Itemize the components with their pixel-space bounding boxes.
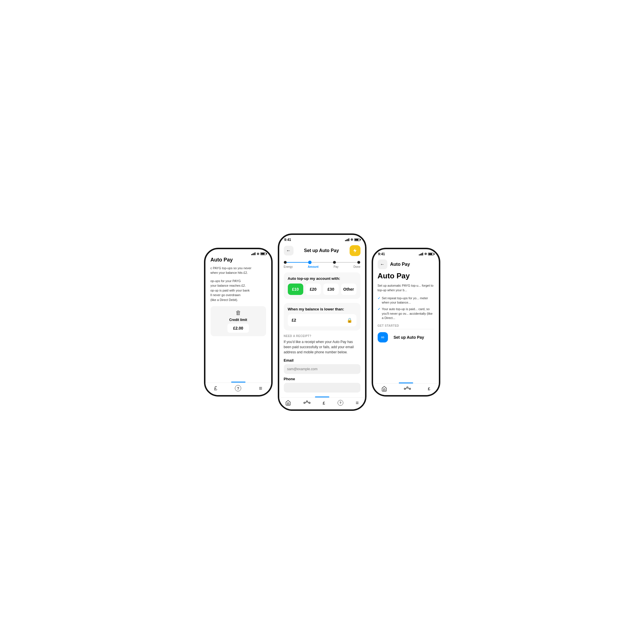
step-label-amount: Amount (308, 265, 319, 268)
center-title: Set up Auto Pay (304, 248, 339, 253)
step-label-pay: Pay (334, 265, 338, 268)
divider (378, 329, 434, 329)
left-phone-title: Auto Pay (211, 257, 266, 263)
svg-line-9 (408, 388, 409, 389)
right-time: 9:41 (378, 252, 385, 256)
left-content: Auto Pay c PAYG top-ups so you never whe… (205, 257, 271, 381)
svg-point-1 (306, 401, 308, 402)
amount-10[interactable]: £10 (288, 284, 303, 295)
email-label: Email (284, 358, 360, 362)
step-dot-3 (333, 261, 336, 264)
stepper-labels: Energy Amount Pay Done (284, 265, 360, 268)
connect-icon (304, 400, 310, 406)
battery-icon (354, 238, 360, 241)
connect-icon (404, 386, 411, 392)
check-item-2: ✓ Your auto top-up is paid... card, so y… (378, 307, 434, 320)
right-description: Set up automatic PAYG top-u... forget to… (378, 283, 434, 293)
svg-point-5 (404, 388, 406, 389)
email-input[interactable] (284, 364, 360, 374)
amount-other[interactable]: Other (341, 284, 356, 295)
nav-home[interactable] (285, 400, 291, 406)
check-list: ✓ Set repeat top-ups for yo... meter whe… (378, 296, 434, 320)
credit-value: £2.00 (227, 324, 249, 333)
left-status-bar: ⊜ (205, 249, 271, 257)
credit-label: Credit limit (229, 318, 247, 322)
right-page-title: Auto Pay (378, 272, 434, 280)
back-button[interactable]: ← (284, 246, 294, 255)
setup-auto-pay-button[interactable]: ∞ (378, 332, 388, 342)
svg-point-0 (304, 402, 305, 404)
svg-point-7 (409, 388, 411, 389)
left-phone-frame: ⊜ Auto Pay c PAYG top-ups so you never w… (204, 248, 273, 397)
phone-label: Phone (284, 377, 360, 381)
left-bullets: op-ups for your PAYG your balance reache… (211, 279, 266, 302)
right-header: ← Auto Pay (373, 257, 439, 272)
check-item-1: ✓ Set repeat top-ups for yo... meter whe… (378, 296, 434, 305)
checkmark-icon-2: ✓ (378, 307, 380, 320)
checkmark-icon-1: ✓ (378, 296, 380, 305)
left-bottom-nav: £ ? ≡ (205, 383, 271, 395)
lightning-button[interactable] (350, 245, 360, 256)
svg-point-2 (309, 402, 310, 404)
wifi-icon: ⊜ (350, 238, 353, 241)
right-header-title: Auto Pay (390, 262, 410, 267)
lightning-icon (352, 248, 358, 253)
setup-btn-label: Set up Auto Pay (394, 335, 424, 340)
step-line-3 (336, 262, 357, 263)
amount-options: £10 £20 £30 Other (288, 284, 356, 295)
nav-connect[interactable] (304, 400, 310, 406)
amount-30[interactable]: £30 (323, 284, 339, 295)
right-phone-frame: 9:41 ⊜ ← Auto Pay Auto Pay Set up automa… (372, 248, 440, 397)
nav-help[interactable]: ? (338, 400, 343, 406)
signal-icon (419, 253, 423, 255)
phone-input[interactable] (284, 383, 360, 393)
step-line-2 (312, 262, 333, 263)
right-status-bar: 9:41 ⊜ (373, 249, 439, 257)
right-back-button[interactable]: ← (378, 259, 387, 269)
svg-point-6 (407, 387, 408, 388)
nav-connect[interactable] (404, 386, 411, 392)
nav-menu[interactable]: ≡ (356, 400, 359, 406)
nav-pounds[interactable]: £ (214, 385, 217, 392)
stepper: Energy Amount Pay Done (279, 258, 365, 270)
signal-icon (251, 252, 255, 255)
home-icon (381, 386, 387, 392)
nav-menu[interactable]: ≡ (259, 385, 262, 392)
step-dot-4 (357, 261, 360, 264)
svg-line-8 (406, 388, 407, 389)
center-scroll[interactable]: Auto top-up my account with: £10 £20 £30… (279, 270, 365, 396)
scene: ⊜ Auto Pay c PAYG top-ups so you never w… (193, 222, 452, 422)
step-label-done: Done (354, 265, 360, 268)
amount-card-title: Auto top-up my account with: (288, 276, 356, 281)
svg-line-3 (305, 402, 306, 403)
nav-energy[interactable]: £ (323, 401, 325, 405)
nav-energy[interactable]: £ (428, 386, 430, 391)
receipt-description: If you'd like a receipt when your Auto P… (284, 339, 360, 355)
nav-home[interactable] (381, 386, 387, 392)
amount-card: Auto top-up my account with: £10 £20 £30… (284, 272, 360, 299)
center-status-bar: 9:41 ⊜ (279, 235, 365, 243)
right-bottom-nav: £ (373, 383, 439, 395)
center-time: 9:41 (284, 238, 291, 242)
amount-20[interactable]: £20 (306, 284, 321, 295)
wifi-icon: ⊜ (257, 252, 259, 256)
setup-btn-row: ∞ Set up Auto Pay (378, 332, 434, 342)
step-dot-1 (284, 261, 287, 264)
battery-icon (260, 252, 266, 255)
center-phone-frame: 9:41 ⊜ ← Set up Auto Pay (278, 233, 366, 411)
balance-value: £2 (292, 318, 296, 322)
left-description: c PAYG top-ups so you never when your ba… (211, 266, 266, 275)
right-content: Auto Pay Set up automatic PAYG top-u... … (373, 272, 439, 381)
balance-card-title: When my balance is lower than: (288, 307, 356, 311)
balance-input-row: £2 🔒 (288, 314, 356, 326)
step-label-energy: Energy (284, 265, 293, 268)
nav-help[interactable]: ? (235, 385, 241, 391)
lock-icon: 🔒 (347, 318, 352, 323)
center-bottom-nav: £ ? ≡ (279, 397, 365, 409)
receipt-section: NEED A RECEIPT? If you'd like a receipt … (284, 334, 360, 396)
balance-card: When my balance is lower than: £2 🔒 (284, 303, 360, 330)
credit-section: 🗑 Credit limit £2.00 (211, 306, 266, 336)
step-dot-2 (308, 261, 312, 264)
infinity-icon: ∞ (381, 335, 384, 340)
wifi-icon: ⊜ (424, 252, 427, 256)
